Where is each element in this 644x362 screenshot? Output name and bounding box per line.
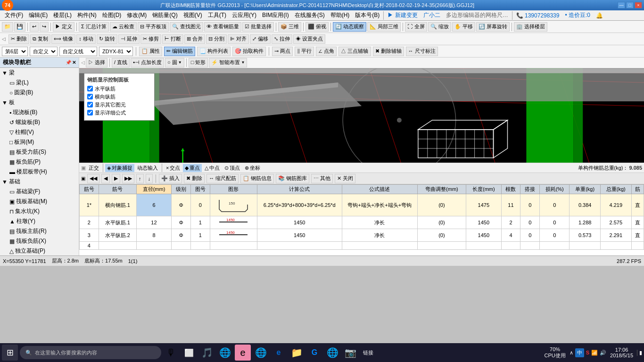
code-select[interactable]: ZDYX-81 [99,47,133,56]
btn-aligntop[interactable]: ⊟ 平齐板顶 [138,22,169,32]
snap-midweight[interactable]: ◆ 重点 [183,164,202,172]
sidebar-pin[interactable]: 📌 [66,60,71,65]
nav-raftfoundation[interactable]: ▣ 筏板基础(M) [0,197,79,206]
btn-screenrot[interactable]: 🔃 屏幕旋转 [476,22,510,32]
taskbar-app-connect[interactable]: 链接 [360,345,376,361]
taskbar-app-g[interactable]: G [306,345,322,361]
btn-trim[interactable]: ✂ 修剪 [140,34,161,44]
btn-rebarinfo[interactable]: 📋 钢筋信息 [240,174,274,183]
snap-dyninput[interactable]: 动态输入 [135,164,160,172]
sidebar-close[interactable]: ✕ [72,60,76,65]
nav-beam-parent[interactable]: ▼ 梁 [0,68,79,78]
taskbar-search[interactable]: 🔍 在这里输入你要搜索的内容 [20,346,161,359]
menu-help[interactable]: 帮助(H) [328,10,353,20]
table-row[interactable]: 4 [80,242,644,250]
nav-slabnega[interactable]: ▦ 板负筋(P) [0,157,79,167]
btn-cloudcheck[interactable]: ☁ 云检查 [110,22,137,32]
btn-setgrip[interactable]: ◈ 设置夹点 [293,34,325,44]
btn-last[interactable]: ▶▶ [122,174,134,183]
btn-rect[interactable]: □ 矩形 [189,58,208,67]
tray-show-desktop[interactable]: ▮ [637,350,642,356]
nav-floorband[interactable]: ▬ 楼层板带(H) [0,167,79,177]
btn-move[interactable]: ↕ 移动 [76,34,96,44]
cb-showformula[interactable] [87,110,93,115]
menu-floor[interactable]: 楼层(L) [50,10,74,20]
menu-online[interactable]: 在线服务(S) [292,10,328,20]
btn-topview[interactable]: ⬛ 俯视 [305,22,329,32]
tray-arrow[interactable]: ∧ [570,350,573,356]
btn-selectfloor[interactable]: 🏢 选择楼层 [514,22,547,32]
btn-rebarlibrary[interactable]: 📚 钢筋图库 [276,174,309,183]
btn-redo[interactable]: ↪ [40,22,49,32]
btn-pointextend[interactable]: •⊣ 点加长度 [131,58,164,67]
cb-hlongitudinal[interactable] [87,86,93,91]
cb-transverse[interactable] [87,94,93,99]
btn-local3d[interactable]: 📐 局部三维 [367,22,401,32]
menu-edit[interactable]: 编辑(E) [26,10,50,20]
menu-cloud[interactable]: 云应用(Y) [229,10,259,20]
nav-beam-l[interactable]: ▭ 梁(L) [0,78,79,88]
menu-bim[interactable]: BIM应用(I) [259,10,292,20]
btn-del-row[interactable]: ✖ 删除 [184,174,205,183]
menu-element[interactable]: 构件(N) [74,10,99,20]
btn-smartplace[interactable]: ⚡ 智能布置 [209,58,247,67]
taskbar-app-ie[interactable]: e [235,345,251,361]
btn-delaxis[interactable]: ✖ 删除辅轴 [373,47,404,56]
nav-raftneg[interactable]: ▦ 筏板负筋(X) [0,236,79,246]
btn-edit-rebar[interactable]: ✏ 编辑钢筋 [164,47,195,56]
btn-3pointaxis[interactable]: △ 三点辅轴 [339,47,371,56]
nav-sumppit[interactable]: ⊓ 集水坑(K) [0,206,79,216]
snap-vertex[interactable]: ⊙ 顶点 [223,164,242,172]
snap-orthogonal[interactable]: 正交 [87,164,101,172]
btn-up[interactable]: ↑ [136,174,144,183]
btn-prev[interactable]: ◀ [101,174,110,183]
table-row[interactable]: 1*横向钢筋.16Φ0 150 6.25*d+39*d+800+39*d+6.2… [80,194,644,216]
taskbar-app-edge[interactable]: 🌐 [217,345,233,361]
snap-midpoint[interactable]: △ 中点 [203,164,222,172]
btn-open[interactable]: 📁 [2,22,13,32]
menu-tools[interactable]: 工具(T) [205,10,229,20]
menu-phone[interactable]: 📞 13907298339 [513,11,562,20]
btn-other[interactable]: ⋯ 其他 [311,174,333,183]
nav-colpedestal[interactable]: ▲ 柱墩(Y) [0,216,79,226]
btn-elemlist[interactable]: 📃 构件列表 [197,47,231,56]
btn-zoom[interactable]: 🔍 缩放 [428,22,451,32]
btn-delete[interactable]: ✂ 删除 [8,34,29,44]
taskbar-app-folder[interactable]: 📁 [289,345,305,361]
line-select[interactable]: 自定义线 [59,47,97,56]
taskbar-app-taskview[interactable]: ⬜ [181,345,197,361]
menu-rebar[interactable]: 钢筋量(Q) [149,10,180,20]
nav-spiralslab[interactable]: ↺ 螺旋板(B) [0,117,79,127]
btn-circle[interactable]: ○ 圆 [165,58,184,67]
nav-slabstress[interactable]: ▤ 板受力筋(S) [0,147,79,157]
btn-save[interactable]: 💾 [14,22,25,32]
btn-anglepoint[interactable]: ∠ 点角 [316,47,337,56]
taskbar-app-music[interactable]: 🎵 [199,345,215,361]
taskbar-app-browser[interactable]: 🌐 [324,345,340,361]
menu-price[interactable]: • 造价豆:0 [562,10,593,20]
taskbar-app-ie2[interactable]: e [271,345,287,361]
btn-offset[interactable]: ⤢ 偏移 [250,34,271,44]
menu-draw[interactable]: 绘图(D) [99,10,124,20]
menu-polygon[interactable]: 多边形编辑器的网格尺… [443,10,511,20]
nav-round-beam[interactable]: ○ 圆梁(B) [0,88,79,98]
tray-antivirus[interactable]: S [586,350,589,355]
btn-findelem[interactable]: 🔍 查找图元 [170,22,203,32]
type-select[interactable]: 自定义 [30,47,58,56]
maximize-btn[interactable]: □ [626,2,634,8]
btn-split[interactable]: ⊟ 分割 [206,34,227,44]
canvas-view[interactable]: 5 6 [79,68,644,163]
taskbar-app-camera[interactable]: 📷 [342,345,358,361]
btn-mirror[interactable]: ⟺ 镜像 [51,34,75,44]
btn-merge[interactable]: ⊞ 合并 [184,34,205,44]
btn-stretch[interactable]: ⤡ 拉伸 [272,34,292,44]
btn-first[interactable]: ◀◀ [87,174,99,183]
table-row[interactable]: 2水平纵筋.112Φ1 1450 1450净长(0)14502001.2882.… [80,216,644,229]
menu-version[interactable]: 版本号(B) [352,10,382,20]
menu-modify[interactable]: 修改(M) [124,10,149,20]
nav-slab-parent[interactable]: ▼ 板 [0,98,79,107]
nav-castslab[interactable]: ▪ 现浇板(B) [0,107,79,117]
taskbar-app-cortana[interactable]: 🎙 [163,345,179,361]
btn-batchsel[interactable]: ☑ 批量选择 [242,22,274,32]
btn-dimension[interactable]: ↔ 尺寸标注 [406,47,438,56]
